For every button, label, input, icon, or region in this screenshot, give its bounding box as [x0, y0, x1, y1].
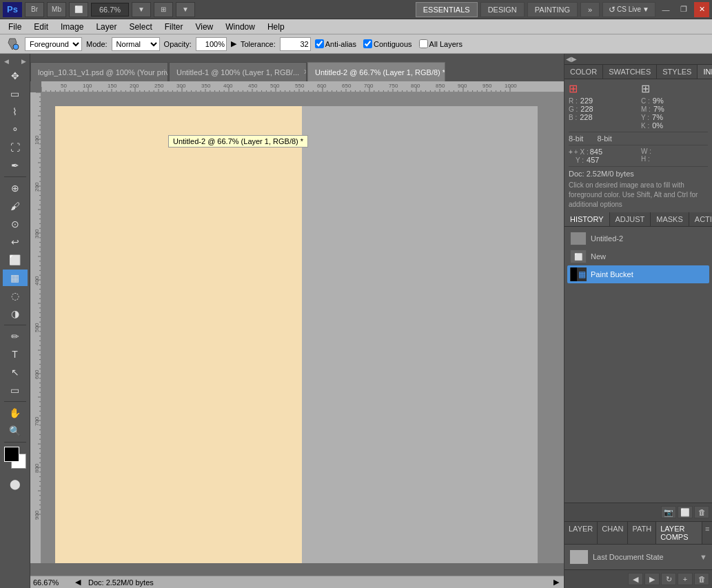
restore-btn[interactable]: ❐	[676, 2, 691, 17]
menu-layer[interactable]: Layer	[90, 21, 122, 33]
move-tool[interactable]: ✥	[3, 68, 28, 84]
g-label: G :	[569, 105, 578, 113]
canvas-viewport[interactable]	[41, 92, 564, 563]
history-icon-1: ⬜	[570, 250, 587, 263]
anti-alias-checkbox[interactable]	[315, 39, 324, 48]
foreground-source-dropdown[interactable]: Foreground	[25, 37, 82, 51]
workspace-essentials[interactable]: ESSENTIALS	[416, 2, 478, 17]
toolbar-collapse-left[interactable]: ◀	[4, 58, 9, 65]
bridge-btn[interactable]: Br	[25, 2, 44, 17]
tab-untitled2[interactable]: Untitled-2 @ 66.7% (Layer 1, RGB/8) * ✕	[307, 62, 445, 81]
mode-dropdown[interactable]: Normal	[112, 37, 160, 51]
anti-alias-label[interactable]: Anti-alias	[315, 39, 356, 48]
foreground-color[interactable]	[4, 447, 19, 462]
layer-update-comp[interactable]: ↻	[661, 573, 676, 585]
history-create-snapshot[interactable]: 📷	[661, 506, 676, 518]
menu-window[interactable]: Window	[220, 21, 261, 33]
status-arrow-right[interactable]: ▶	[551, 578, 561, 587]
pen-tool[interactable]: ✏	[3, 328, 28, 345]
text-tool[interactable]: T	[3, 346, 28, 363]
minibrige-btn[interactable]: Mb	[47, 2, 66, 17]
menu-edit[interactable]: Edit	[28, 21, 54, 33]
tab-action[interactable]: ACTION	[689, 212, 712, 226]
shape-tool[interactable]: ▭	[3, 382, 28, 398]
canvas-painted-area[interactable]	[55, 106, 302, 563]
marquee-tool[interactable]: ▭	[3, 85, 28, 102]
toolbar-collapse-right[interactable]: ▶	[21, 58, 26, 65]
tab-login[interactable]: login_10.31_v1.psd @ 100% (Your priv... …	[30, 62, 168, 81]
opacity-input[interactable]	[196, 37, 227, 51]
menu-select[interactable]: Select	[123, 21, 157, 33]
crop-tool[interactable]: ⛶	[3, 139, 28, 156]
tab-bar: login_10.31_v1.psd @ 100% (Your priv... …	[30, 54, 564, 81]
menu-file[interactable]: File	[3, 21, 27, 33]
dodge-tool[interactable]: ◑	[3, 305, 28, 322]
tab-untitled1[interactable]: Untitled-1 @ 100% (Layer 1, RGB/... ✕	[169, 62, 307, 81]
tab-label-untitled1: Untitled-1 @ 100% (Layer 1, RGB/...	[176, 68, 299, 77]
tab-history[interactable]: HISTORY	[564, 212, 610, 226]
history-delete[interactable]: 🗑	[694, 506, 709, 518]
tolerance-input[interactable]	[280, 37, 311, 51]
layer-delete-comp[interactable]: 🗑	[694, 573, 709, 585]
history-brush-tool[interactable]: ↩	[3, 234, 28, 250]
layer-item-0[interactable]: Last Document State ▼	[567, 547, 709, 567]
eraser-tool[interactable]: ⬜	[3, 252, 28, 268]
opacity-arrow[interactable]: ▶	[231, 39, 236, 48]
view-options-btn[interactable]: ⊞	[154, 2, 173, 17]
tab-swatches[interactable]: SWATCHES	[603, 65, 657, 79]
lasso-tool[interactable]: ⌇	[3, 103, 28, 120]
contiguous-checkbox[interactable]	[363, 39, 372, 48]
screen-mode-btn[interactable]: ⬜	[69, 2, 88, 17]
tab-styles[interactable]: STYLES	[657, 65, 698, 79]
workspace-more[interactable]: »	[580, 2, 600, 17]
menu-bar: File Edit Image Layer Select Filter View…	[0, 19, 712, 34]
menu-filter[interactable]: Filter	[159, 21, 189, 33]
layer-next-comp[interactable]: ▶	[644, 573, 660, 585]
history-item-0[interactable]: Untitled-2	[567, 230, 709, 247]
contiguous-label[interactable]: Contiguous	[363, 39, 412, 48]
minimize-btn[interactable]: —	[658, 2, 673, 17]
layer-apply-comp[interactable]: ◀	[628, 573, 643, 585]
menu-view[interactable]: View	[190, 21, 218, 33]
view-options-dropdown[interactable]: ▼	[176, 2, 195, 17]
y-value: 7%	[652, 113, 663, 121]
canvas-document[interactable]	[55, 106, 538, 563]
status-arrow-left[interactable]: ◀	[73, 578, 83, 587]
layer-new-comp[interactable]: +	[678, 573, 693, 585]
history-item-1[interactable]: ⬜ New	[567, 247, 709, 265]
eyedropper-tool[interactable]: ✒	[3, 157, 28, 174]
menu-image[interactable]: Image	[55, 21, 89, 33]
tab-adjust[interactable]: ADJUST	[610, 212, 651, 226]
tab-layer[interactable]: LAYER	[564, 522, 598, 544]
all-layers-checkbox[interactable]	[419, 39, 428, 48]
layer-panel-expand[interactable]: ≡	[702, 522, 712, 536]
tab-color[interactable]: COLOR	[564, 65, 603, 79]
quick-mask-btn[interactable]: ⬤	[3, 476, 28, 492]
cs-live-btn[interactable]: ↺ CS Live ▼	[602, 2, 655, 17]
close-btn[interactable]: ✕	[694, 2, 709, 17]
workspace-design[interactable]: DESIGN	[480, 2, 525, 17]
panel-collapse-btn[interactable]: ◀▶	[566, 55, 577, 63]
quick-select-tool[interactable]: ⚬	[3, 121, 28, 138]
tab-masks[interactable]: MASKS	[651, 212, 689, 226]
clone-tool[interactable]: ⊙	[3, 216, 28, 232]
tab-layer-comps[interactable]: LAYER COMPS	[656, 522, 702, 544]
zoom-dropdown[interactable]: ▼	[132, 2, 151, 17]
healing-tool[interactable]: ⊕	[3, 180, 28, 196]
history-create-doc[interactable]: ⬜	[678, 506, 693, 518]
workspace-painting[interactable]: PAINTING	[527, 2, 578, 17]
path-select-tool[interactable]: ↖	[3, 364, 28, 381]
blur-tool[interactable]: ◌	[3, 287, 28, 304]
brush-tool[interactable]: 🖌	[3, 198, 28, 214]
history-item-2[interactable]: ▦ Paint Bucket	[567, 265, 709, 283]
zoom-tool[interactable]: 🔍	[3, 423, 28, 439]
all-layers-label[interactable]: All Layers	[419, 39, 462, 48]
tab-close-untitled1[interactable]: ✕	[303, 68, 307, 77]
tab-info[interactable]: INFO	[698, 65, 712, 79]
tab-chan[interactable]: CHAN	[598, 522, 628, 544]
tab-path[interactable]: PATH	[628, 522, 656, 544]
hand-tool[interactable]: ✋	[3, 405, 28, 421]
menu-help[interactable]: Help	[262, 21, 290, 33]
layer-dropdown-icon[interactable]: ▼	[700, 553, 707, 561]
gradient-tool[interactable]: ▦	[3, 270, 28, 286]
